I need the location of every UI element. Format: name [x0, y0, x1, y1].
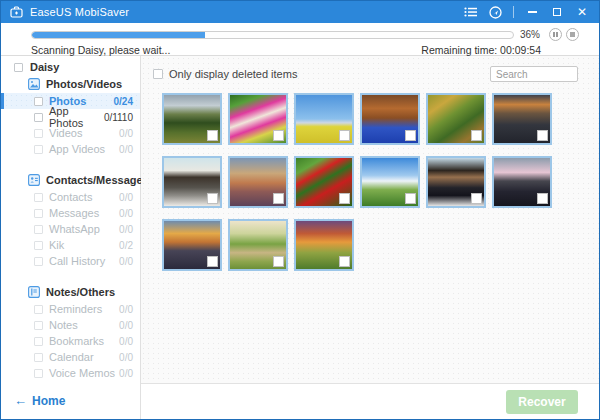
photo-thumbnail[interactable]	[360, 93, 420, 145]
scan-status-text: Scanning Daisy, please wait...	[31, 44, 170, 56]
home-link[interactable]: ← Home	[1, 393, 140, 420]
item-label: Notes	[49, 319, 78, 331]
section-header-contacts-messages: Contacts/Messages	[1, 171, 140, 189]
device-checkbox[interactable]	[14, 63, 23, 72]
thumbnail-checkbox[interactable]	[405, 130, 416, 141]
photo-thumbnail[interactable]	[228, 219, 288, 271]
app-window: EaseUS MobiSaver ✕	[0, 0, 600, 420]
item-checkbox	[34, 321, 43, 330]
titlebar-separator	[513, 6, 514, 18]
photo-thumbnail[interactable]	[426, 156, 486, 208]
item-label: App Videos	[49, 143, 105, 155]
photo-thumbnail[interactable]	[162, 219, 222, 271]
thumbnail-checkbox[interactable]	[339, 130, 350, 141]
item-checkbox	[34, 129, 43, 138]
thumbnail-checkbox[interactable]	[537, 130, 548, 141]
device-node[interactable]: Daisy	[1, 61, 140, 73]
photos-icon	[28, 78, 40, 90]
sidebar-item-whatsapp: WhatsApp 0/0	[1, 221, 140, 237]
item-label: Messages	[49, 207, 99, 219]
photo-thumbnail[interactable]	[294, 93, 354, 145]
results-header: Only display deleted items	[141, 56, 599, 84]
item-count: 0/0	[119, 192, 133, 203]
thumbnail-checkbox[interactable]	[207, 256, 218, 267]
photo-thumbnail[interactable]	[162, 156, 222, 208]
section-label: Contacts/Messages	[46, 174, 149, 186]
home-label: Home	[32, 394, 65, 408]
deleted-items-filter[interactable]: Only display deleted items	[153, 68, 297, 80]
thumbnail-checkbox[interactable]	[339, 193, 350, 204]
sidebar-item-app-videos: App Videos 0/0	[1, 141, 140, 157]
thumbnail-checkbox[interactable]	[471, 193, 482, 204]
sidebar-item-messages: Messages 0/0	[1, 205, 140, 221]
globe-icon[interactable]	[488, 5, 502, 19]
section-header-photos-videos: Photos/Videos	[1, 75, 140, 93]
category-sidebar: Daisy Photos/Videos Photos	[1, 56, 141, 419]
sidebar-item-kik: Kik 0/2	[1, 237, 140, 253]
item-checkbox	[34, 257, 43, 266]
thumbnail-checkbox[interactable]	[339, 256, 350, 267]
progress-bar-fill	[32, 32, 205, 38]
photo-thumbnail[interactable]	[162, 93, 222, 145]
back-arrow-icon: ←	[14, 393, 27, 408]
thumbnail-checkbox[interactable]	[273, 256, 284, 267]
item-checkbox	[34, 145, 43, 154]
item-count: 0/1110	[104, 112, 133, 123]
item-label: Kik	[49, 239, 64, 251]
sidebar-item-voice-memos: Voice Memos 0/0	[1, 365, 140, 381]
item-count: 0/0	[119, 256, 133, 267]
photo-thumbnail[interactable]	[228, 156, 288, 208]
section-label: Notes/Others	[46, 286, 115, 298]
thumbnail-checkbox[interactable]	[207, 193, 218, 204]
item-checkbox	[34, 305, 43, 314]
thumbnail-checkbox[interactable]	[207, 130, 218, 141]
item-checkbox[interactable]	[34, 113, 43, 122]
stop-button[interactable]	[566, 28, 579, 41]
sidebar-item-bookmarks: Bookmarks 0/0	[1, 333, 140, 349]
close-button[interactable]: ✕	[575, 5, 589, 19]
section-photos-videos: Photos/Videos Photos 0/24 App Photos 0/1…	[1, 75, 140, 157]
thumbnail-checkbox[interactable]	[405, 193, 416, 204]
thumbnail-grid	[162, 93, 599, 383]
maximize-button[interactable]	[550, 5, 564, 19]
filter-checkbox[interactable]	[153, 69, 163, 79]
section-header-notes-others: Notes/Others	[1, 283, 140, 301]
app-logo-icon	[10, 6, 23, 18]
progress-percent: 36%	[520, 29, 540, 40]
item-count: 0/0	[119, 336, 133, 347]
sidebar-item-app-photos[interactable]: App Photos 0/1110	[1, 109, 140, 125]
photo-thumbnail[interactable]	[294, 219, 354, 271]
pause-button[interactable]	[549, 28, 562, 41]
item-checkbox	[34, 193, 43, 202]
scan-progress-area: 36% Scanning Daisy, please wait... Remai…	[1, 23, 599, 56]
minimize-button[interactable]	[525, 5, 539, 19]
thumbnail-checkbox[interactable]	[273, 130, 284, 141]
section-contacts-messages: Contacts/Messages Contacts 0/0 Messages …	[1, 171, 140, 269]
thumbnail-checkbox[interactable]	[273, 193, 284, 204]
photo-thumbnail[interactable]	[294, 156, 354, 208]
photo-thumbnail[interactable]	[228, 93, 288, 145]
item-count: 0/0	[119, 128, 133, 139]
thumbnail-checkbox[interactable]	[471, 130, 482, 141]
results-panel: Only display deleted items	[141, 56, 599, 419]
title-bar: EaseUS MobiSaver ✕	[1, 1, 599, 23]
sidebar-item-videos: Videos 0/0	[1, 125, 140, 141]
photo-thumbnail[interactable]	[492, 93, 552, 145]
item-checkbox	[34, 353, 43, 362]
item-label: Bookmarks	[49, 335, 104, 347]
item-label: Contacts	[49, 191, 92, 203]
contacts-icon	[28, 174, 40, 186]
sidebar-item-call-history: Call History 0/0	[1, 253, 140, 269]
photo-thumbnail[interactable]	[426, 93, 486, 145]
item-label: Calendar	[49, 351, 94, 363]
item-checkbox	[34, 209, 43, 218]
thumbnail-checkbox[interactable]	[537, 193, 548, 204]
menu-icon[interactable]	[463, 5, 477, 19]
photo-thumbnail[interactable]	[360, 156, 420, 208]
search-input[interactable]	[490, 66, 578, 82]
item-label: App Photos	[49, 105, 104, 129]
photo-thumbnail[interactable]	[492, 156, 552, 208]
item-checkbox[interactable]	[34, 97, 43, 106]
section-label: Photos/Videos	[46, 78, 122, 90]
recover-button[interactable]: Recover	[506, 390, 578, 414]
